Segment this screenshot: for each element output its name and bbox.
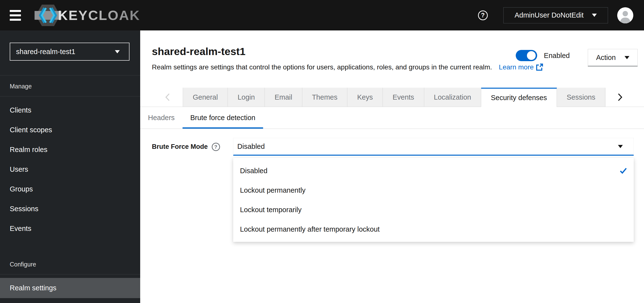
avatar[interactable] xyxy=(617,7,633,23)
sidebar-item-realm-settings[interactable]: Realm settings xyxy=(0,278,140,298)
realm-selector-value: shared-realm-test1 xyxy=(16,48,75,56)
field-help-icon[interactable]: ? xyxy=(212,143,220,151)
angle-left-icon xyxy=(165,93,170,102)
sidebar-item-sessions[interactable]: Sessions xyxy=(0,199,140,219)
option-lockout-permanently[interactable]: Lockout permanently xyxy=(233,180,634,200)
brute-force-mode-field: Disabled Disabled xyxy=(233,138,634,156)
brute-force-mode-select[interactable]: Disabled xyxy=(233,138,634,156)
realm-enabled-toggle[interactable] xyxy=(516,50,537,61)
chevron-down-icon xyxy=(618,145,623,148)
sidebar-item-users[interactable]: Users xyxy=(0,160,140,179)
option-disabled[interactable]: Disabled xyxy=(233,161,634,180)
chevron-down-icon xyxy=(115,50,120,53)
nav-section-manage: Manage Clients Client scopes Realm roles… xyxy=(0,76,140,238)
sidebar-item-clients[interactable]: Clients xyxy=(0,100,140,120)
page-description: Realm settings are settings that control… xyxy=(152,63,492,71)
option-lockout-temporarily[interactable]: Lockout temporarily xyxy=(233,200,634,219)
masthead: KEYCLOAK ? AdminUser DoNotEdit xyxy=(0,0,644,31)
toggle-knob xyxy=(527,51,536,60)
tabs-strip: General Login Email Themes Keys Events L… xyxy=(183,88,606,107)
spacer xyxy=(140,88,152,107)
help-icon[interactable]: ? xyxy=(478,11,488,20)
tabs-scroll-left-button[interactable] xyxy=(152,88,183,107)
tab-keys[interactable]: Keys xyxy=(347,88,382,107)
subtab-brute-force-detection[interactable]: Brute force detection xyxy=(182,107,263,129)
realm-settings-tabs: General Login Email Themes Keys Events L… xyxy=(140,88,644,107)
option-lockout-permanently-after-temporary[interactable]: Lockout permanently after temporary lock… xyxy=(233,219,634,239)
tab-sessions[interactable]: Sessions xyxy=(557,88,605,107)
tab-login[interactable]: Login xyxy=(228,88,265,107)
brute-force-mode-menu: Disabled Lockout permanently xyxy=(233,158,634,242)
tab-security-defenses[interactable]: Security defenses xyxy=(481,88,557,107)
security-defenses-subtabs: Headers Brute force detection xyxy=(140,107,644,129)
enabled-label: Enabled xyxy=(544,52,570,60)
brute-force-mode-label: Brute Force Mode xyxy=(152,143,208,151)
user-menu-label: AdminUser DoNotEdit xyxy=(514,11,584,19)
hamburger-bar xyxy=(10,14,21,16)
masthead-right: ? AdminUser DoNotEdit xyxy=(478,7,633,23)
tab-events[interactable]: Events xyxy=(383,88,424,107)
tabs-scroll-right-button[interactable] xyxy=(606,88,635,107)
spacer xyxy=(0,61,140,75)
option-label: Lockout temporarily xyxy=(240,206,302,214)
nav-section-configure: Configure Realm settings xyxy=(0,253,140,298)
option-label: Lockout permanently after temporary lock… xyxy=(240,225,380,233)
sidebar-item-client-scopes[interactable]: Client scopes xyxy=(0,120,140,140)
brute-force-form: Brute Force Mode ? Disabled Disabled xyxy=(140,129,644,156)
sidebar-item-realm-roles[interactable]: Realm roles xyxy=(0,140,140,160)
sidebar-item-groups[interactable]: Groups xyxy=(0,179,140,199)
main-content: shared-realm-test1 Realm settings are se… xyxy=(140,31,644,303)
hamburger-bar xyxy=(10,10,21,12)
action-label: Action xyxy=(596,54,616,62)
header-controls: Enabled Action xyxy=(516,46,638,67)
chevron-down-icon xyxy=(592,14,597,17)
page-header: shared-realm-test1 Realm settings are se… xyxy=(140,31,644,88)
tab-general[interactable]: General xyxy=(183,88,228,107)
keycloak-admin-console: KEYCLOAK ? AdminUser DoNotEdit shared-re… xyxy=(0,0,644,303)
tab-themes[interactable]: Themes xyxy=(302,88,348,107)
sidebar-nav: shared-realm-test1 Manage Clients Client… xyxy=(0,31,140,303)
action-dropdown-button[interactable]: Action xyxy=(588,49,638,67)
subtab-headers[interactable]: Headers xyxy=(140,107,182,129)
nav-section-title: Manage xyxy=(0,76,140,96)
realm-selector-dropdown[interactable]: shared-realm-test1 xyxy=(10,43,130,61)
chevron-down-icon xyxy=(624,56,630,59)
angle-right-icon xyxy=(618,93,623,102)
user-menu-dropdown[interactable]: AdminUser DoNotEdit xyxy=(503,7,608,23)
tab-localization[interactable]: Localization xyxy=(424,88,481,107)
spacer xyxy=(635,88,644,107)
keycloak-logo: KEYCLOAK xyxy=(34,4,140,27)
check-icon xyxy=(620,167,627,174)
nav-toggle-hamburger-icon[interactable] xyxy=(10,10,21,21)
brand-wordmark: KEYCLOAK xyxy=(58,7,140,23)
tab-email[interactable]: Email xyxy=(265,88,302,107)
select-value: Disabled xyxy=(237,142,265,151)
option-label: Lockout permanently xyxy=(240,186,306,194)
nav-section-title: Configure xyxy=(0,253,140,274)
sidebar-item-events[interactable]: Events xyxy=(0,219,140,238)
option-label: Disabled xyxy=(240,167,268,175)
keycloak-hexagon-icon xyxy=(34,4,61,27)
page-title: shared-realm-test1 xyxy=(152,46,506,58)
hamburger-bar xyxy=(10,19,21,21)
